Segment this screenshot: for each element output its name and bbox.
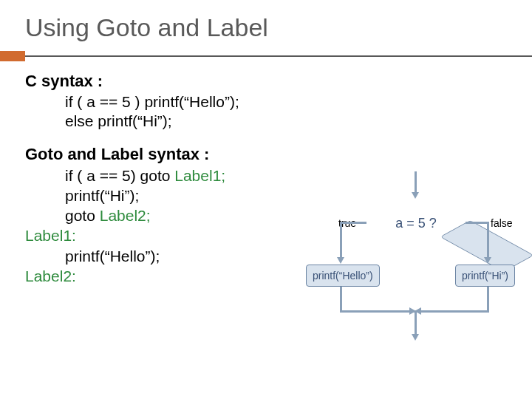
arrow-line <box>420 310 489 313</box>
accent-bar <box>0 51 532 61</box>
code-line: else printf(“Hi”); <box>65 112 532 131</box>
process-box-right: printf(“Hi”) <box>455 265 515 287</box>
arrow-line <box>466 222 489 224</box>
arrow-head-icon <box>484 257 491 264</box>
arrow-line <box>415 171 417 194</box>
flowchart: a = 5 ? true false printf(“Hello”) print… <box>294 177 523 355</box>
arrow-line <box>487 222 489 259</box>
arrow-line <box>415 310 417 335</box>
decision-node: a = 5 ? <box>364 197 468 250</box>
arrow-line <box>340 287 342 312</box>
process-box-left: printf(“Hello”) <box>306 265 380 287</box>
arrow-head-icon <box>412 334 419 341</box>
c-syntax-heading: C syntax : <box>25 72 532 91</box>
arrow-line <box>340 310 417 313</box>
code-text: goto <box>65 207 100 224</box>
slide-title: Using Goto and Label <box>0 0 532 45</box>
accent-block <box>0 51 25 61</box>
c-syntax-code: if ( a == 5 ) printf(“Hello”); else prin… <box>65 92 532 132</box>
arrow-line <box>340 222 342 259</box>
label-ref: Label2; <box>100 207 151 224</box>
arrow-line <box>340 222 366 224</box>
accent-line <box>25 55 532 57</box>
condition-text: a = 5 ? <box>395 216 437 231</box>
label-ref: Label1; <box>174 167 225 184</box>
arrow-head-icon <box>337 257 344 264</box>
code-line: if ( a == 5 ) printf(“Hello”); <box>65 92 532 112</box>
goto-syntax-heading: Goto and Label syntax : <box>25 145 532 164</box>
code-text: if ( a == 5) goto <box>65 167 174 184</box>
false-label: false <box>491 217 513 229</box>
arrow-line <box>487 287 489 312</box>
